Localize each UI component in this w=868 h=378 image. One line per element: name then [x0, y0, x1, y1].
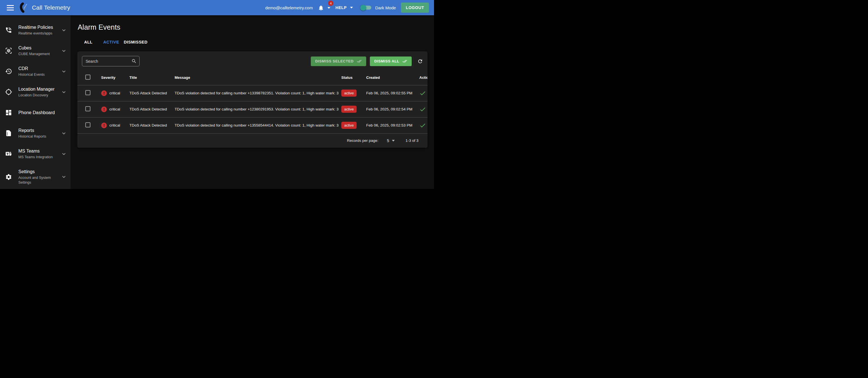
status-badge: active	[341, 122, 356, 129]
notifications-button[interactable]: 4	[318, 4, 330, 11]
sidebar-item-settings[interactable]: Settings Account and System Settings	[0, 164, 71, 189]
sidebar-item-label: MS Teams	[19, 148, 60, 154]
tab-active[interactable]: ACTIVE	[100, 37, 123, 47]
chevron-down-icon	[61, 69, 67, 74]
alarm-message: TDoS violation detected for calling numb…	[173, 101, 339, 117]
select-all-checkbox[interactable]	[85, 74, 90, 80]
pagination-range: 1-3 of 3	[405, 138, 418, 143]
dismiss-check-icon[interactable]	[419, 90, 428, 97]
dismiss-selected-label: DISMISS SELECTED	[315, 59, 354, 63]
sidebar-item-label: Reports	[19, 128, 60, 133]
records-per-page-label: Records per page:	[347, 138, 378, 143]
dismiss-all-button[interactable]: DISMISS ALL	[370, 57, 412, 66]
phone-logo-icon	[18, 2, 29, 13]
app-bar: Call Telemetry demo@calltelemetry.com 4 …	[0, 0, 434, 15]
critical-severity-icon: !	[101, 90, 107, 96]
dark-mode-label: Dark Mode	[375, 5, 396, 10]
records-per-page-select[interactable]: 5	[387, 138, 395, 143]
sidebar-item-sublabel: Location Discovery	[19, 93, 60, 97]
table-row: ! critical TDoS Attack Detected TDoS vio…	[78, 117, 428, 133]
sidebar-item-sublabel: CUBE Management	[19, 52, 60, 56]
sidebar-item-ms-teams[interactable]: MS Teams MS Teams Integration	[0, 144, 71, 164]
alarm-title: TDoS Attack Detected	[127, 117, 173, 133]
sidebar-item-cdr[interactable]: CDR Historical Events	[0, 61, 71, 82]
page-title: Alarm Events	[78, 23, 434, 31]
alarm-tabs: ALL ACTIVE DISMISSED	[77, 37, 434, 47]
column-header-title: Title	[127, 70, 173, 85]
chevron-down-icon	[61, 174, 67, 180]
phone-in-talk-icon	[5, 27, 12, 34]
search-input[interactable]	[82, 56, 140, 66]
table-row: ! critical TDoS Attack Detected TDoS vio…	[78, 85, 428, 101]
sidebar-item-reports[interactable]: Reports Historical Reports	[0, 123, 71, 144]
severity-value: critical	[110, 91, 120, 95]
critical-severity-icon: !	[101, 106, 107, 112]
column-header-created: Created	[364, 70, 417, 85]
menu-icon[interactable]	[7, 5, 14, 10]
sidebar-item-label: Location Manager	[19, 87, 60, 92]
critical-severity-icon: !	[101, 123, 107, 128]
refresh-button[interactable]	[417, 59, 423, 64]
row-checkbox[interactable]	[85, 106, 90, 111]
help-button[interactable]: HELP	[335, 5, 353, 10]
sidebar-item-cubes[interactable]: Cubes CUBE Management	[0, 40, 71, 61]
refresh-icon	[417, 59, 423, 64]
dismiss-selected-button[interactable]: DISMISS SELECTED	[311, 57, 366, 66]
dashboard-icon	[5, 109, 12, 116]
column-header-status: Status	[339, 70, 364, 85]
sidebar-item-sublabel: MS Teams Integration	[19, 155, 60, 159]
help-label: HELP	[335, 5, 347, 10]
sidebar-item-location-manager[interactable]: Location Manager Location Discovery	[0, 82, 71, 102]
alarm-title: TDoS Attack Detected	[127, 101, 173, 117]
user-email: demo@calltelemetry.com	[265, 5, 313, 10]
records-per-page-value: 5	[387, 138, 389, 143]
dismiss-all-label: DISMISS ALL	[374, 59, 399, 63]
column-header-actions: Actions	[417, 70, 428, 85]
done-all-icon	[402, 59, 407, 64]
created-timestamp: Feb 06, 2025, 09:02:54 PM	[364, 101, 417, 117]
column-header-message: Message	[173, 70, 339, 85]
toolbar-actions: DISMISS SELECTED DISMISS ALL	[311, 57, 423, 66]
notification-count-badge: 4	[328, 1, 333, 6]
logout-button[interactable]: LOGOUT	[401, 3, 429, 13]
dismiss-check-icon[interactable]	[419, 122, 428, 129]
sidebar-item-label: Settings	[19, 169, 60, 175]
created-timestamp: Feb 06, 2025, 09:02:53 PM	[364, 117, 417, 133]
sidebar-item-sublabel: Historical Reports	[19, 134, 60, 139]
alarm-events-card: DISMISS SELECTED DISMISS ALL	[78, 52, 428, 148]
sidebar-item-sublabel: Historical Events	[19, 72, 60, 77]
chevron-down-icon	[350, 7, 353, 8]
app-title: Call Telemetry	[32, 4, 70, 11]
chevron-down-icon	[328, 7, 330, 9]
sidebar-item-realtime-policies[interactable]: Realtime Policies Realtime events/apps	[0, 20, 71, 40]
tab-dismissed[interactable]: DISMISSED	[123, 37, 149, 47]
sidebar-item-label: Phone Dashboard	[19, 110, 67, 116]
sidebar: Realtime Policies Realtime events/apps C…	[0, 15, 71, 189]
row-checkbox[interactable]	[85, 122, 90, 127]
alarm-message: TDoS violation detected for calling numb…	[173, 117, 339, 133]
alarm-table-container: Severity Title Message Status Created Ac…	[78, 70, 428, 134]
table-toolbar: DISMISS SELECTED DISMISS ALL	[78, 52, 428, 70]
dismiss-check-icon[interactable]	[419, 106, 428, 113]
sidebar-item-sublabel: Realtime events/apps	[19, 31, 60, 36]
gear-icon	[5, 174, 12, 181]
tab-all[interactable]: ALL	[77, 37, 100, 47]
location-searching-icon	[5, 88, 12, 95]
done-all-icon	[357, 59, 362, 64]
table-row: ! critical TDoS Attack Detected TDoS vio…	[78, 101, 428, 117]
search-icon	[131, 59, 137, 64]
ms-teams-icon	[5, 150, 12, 157]
cube-scan-icon	[5, 47, 12, 54]
sidebar-item-phone-dashboard[interactable]: Phone Dashboard	[0, 102, 71, 123]
sidebar-item-sublabel: Account and System Settings	[19, 176, 58, 185]
chevron-down-icon	[392, 140, 395, 141]
chevron-down-icon	[61, 130, 67, 136]
main-content: Alarm Events ALL ACTIVE DISMISSED DISMIS…	[71, 15, 434, 189]
dark-mode-toggle[interactable]	[361, 6, 371, 10]
report-file-icon	[5, 130, 12, 137]
history-icon	[5, 68, 12, 75]
chevron-down-icon	[61, 48, 67, 54]
row-checkbox[interactable]	[85, 90, 90, 95]
chevron-down-icon	[61, 89, 67, 95]
table-header-row: Severity Title Message Status Created Ac…	[78, 70, 428, 85]
